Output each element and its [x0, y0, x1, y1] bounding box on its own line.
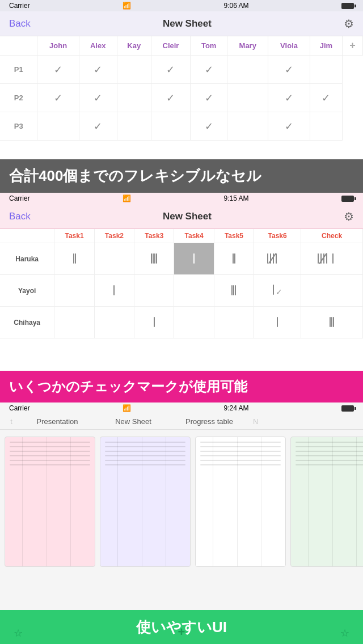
tally-col-task2: Task2 [94, 229, 134, 243]
add-sheet-button[interactable]: + [178, 625, 185, 639]
cell-haruka-task5[interactable] [214, 243, 254, 275]
cell-p2-viola[interactable]: ✓ [268, 84, 310, 112]
tab-t[interactable]: t [5, 414, 18, 429]
cell-p1-alex[interactable]: ✓ [79, 56, 117, 84]
cell-yayoi-task4[interactable] [174, 275, 214, 307]
sheet-thumb-progress[interactable] [290, 437, 363, 567]
row-label-p2: P2 [0, 84, 37, 112]
back-button[interactable]: Back [9, 18, 31, 29]
col-header-jim: Jim [310, 36, 343, 56]
cell-haruka-task6[interactable] [254, 243, 301, 275]
nav-title-1: New Sheet [163, 18, 212, 29]
back-button-2[interactable]: Back [9, 211, 31, 222]
tab-new-sheet[interactable]: New Sheet [96, 414, 170, 429]
cell-yayoi-check[interactable] [301, 275, 363, 307]
tally-marks [151, 253, 157, 264]
tally-marks [273, 285, 274, 295]
screen2: Carrier 📶 9:15 AM Back New Sheet ⚙ Task1… [0, 193, 363, 402]
battery-icon-3 [341, 405, 354, 412]
cell-yayoi-task3[interactable] [134, 275, 174, 307]
table-row: Haruka [0, 243, 363, 275]
settings-icon-1[interactable]: ⚙ [344, 17, 354, 31]
carrier-label: Carrier [9, 2, 30, 10]
tab-n[interactable]: N [248, 414, 263, 429]
wifi-icon-2: 📶 [123, 194, 131, 202]
cell-yayoi-task6[interactable]: ✓ [254, 275, 301, 307]
row-label-p3: P3 [0, 112, 37, 141]
cell-p3-viola[interactable]: ✓ [268, 112, 310, 141]
time-label: 9:06 AM [224, 2, 249, 10]
cell-p2-mary[interactable] [227, 84, 268, 112]
screen1: Carrier 📶 9:06 AM Back New Sheet ⚙ John … [0, 0, 363, 193]
table-row: Yayoi [0, 275, 363, 307]
tally-marks [277, 317, 278, 327]
sheet-thumb-new-sheet[interactable] [195, 437, 286, 567]
overlay-text-2: いくつかのチェックマークが使用可能 [0, 371, 363, 402]
cell-p1-cleir[interactable]: ✓ [151, 56, 190, 84]
row-label-chihaya: Chihaya [0, 307, 54, 338]
cell-p2-kay[interactable] [117, 84, 151, 112]
col-header-kay: Kay [117, 36, 151, 56]
sheet-thumb-1[interactable] [5, 437, 95, 567]
col-header-viola: VIola [268, 36, 310, 56]
time-label-3: 9:24 AM [224, 404, 249, 412]
cell-chihaya-task5[interactable] [214, 307, 254, 338]
cell-p3-tom[interactable]: ✓ [191, 112, 227, 141]
tab-progress-table[interactable]: Progress table [172, 414, 246, 429]
col-header-empty [0, 36, 37, 56]
cell-yayoi-task2[interactable] [94, 275, 134, 307]
cell-chihaya-task2[interactable] [94, 307, 134, 338]
col-header-mary: Mary [227, 36, 268, 56]
cell-chihaya-task1[interactable] [54, 307, 94, 338]
cell-chihaya-task6[interactable] [254, 307, 301, 338]
cell-yayoi-task5[interactable] [214, 275, 254, 307]
cell-p3-cleir[interactable] [151, 112, 190, 141]
cell-haruka-task1[interactable] [54, 243, 94, 275]
wifi-icon: 📶 [123, 2, 131, 10]
add-column-button[interactable]: + [343, 36, 363, 56]
overlay-text-1: 合計400個までのフレキシブルなセル [0, 159, 363, 193]
cell-p1-tom[interactable]: ✓ [191, 56, 227, 84]
cell-p3-mary[interactable] [227, 112, 268, 141]
tally-marks [330, 317, 334, 327]
row-label-p1: P1 [0, 56, 37, 84]
cell-p1-kay[interactable] [117, 56, 151, 84]
cell-haruka-task3[interactable] [134, 243, 174, 275]
cell-yayoi-task1[interactable] [54, 275, 94, 307]
cell-p2-jim[interactable]: ✓ [310, 84, 343, 112]
cell-p3-jim[interactable] [310, 112, 343, 141]
cell-p2-alex[interactable]: ✓ [79, 84, 117, 112]
cell-p1-viola[interactable]: ✓ [268, 56, 310, 84]
sheet-thumb-presentation[interactable] [100, 437, 191, 567]
col-header-tom: Tom [191, 36, 227, 56]
cell-p1-jim[interactable] [310, 56, 343, 84]
cell-chihaya-task4[interactable] [174, 307, 214, 338]
cell-p3-kay[interactable] [117, 112, 151, 141]
settings-icon-2[interactable]: ⚙ [344, 210, 354, 223]
battery-icon-2 [341, 196, 354, 202]
col-header-alex: Alex [79, 36, 117, 56]
cell-p3-john[interactable] [37, 112, 79, 141]
table-row: P1 ✓ ✓ ✓ ✓ ✓ [0, 56, 363, 84]
tally-table-container: Task1 Task2 Task3 Task4 Task5 Task6 Chec… [0, 229, 363, 338]
bottom-left-icon: ☆ [14, 627, 23, 639]
cell-p1-mary[interactable] [227, 56, 268, 84]
table-row: P2 ✓ ✓ ✓ ✓ ✓ ✓ [0, 84, 363, 112]
table-row: P3 ✓ ✓ ✓ [0, 112, 363, 141]
carrier-label-2: Carrier [9, 194, 30, 202]
cell-haruka-task2[interactable] [94, 243, 134, 275]
tally-col-task4: Task4 [174, 229, 214, 243]
cell-p2-tom[interactable]: ✓ [191, 84, 227, 112]
bottom-bar: 使いやすいUI ☆ + ☆ [0, 610, 363, 644]
cell-p2-cleir[interactable]: ✓ [151, 84, 190, 112]
tab-presentation[interactable]: Presentation [20, 414, 94, 429]
cell-p1-john[interactable]: ✓ [37, 56, 79, 84]
cell-chihaya-task3[interactable] [134, 307, 174, 338]
cell-chihaya-check[interactable] [301, 307, 363, 338]
cell-haruka-task4[interactable] [174, 243, 214, 275]
cell-p3-alex[interactable]: ✓ [79, 112, 117, 141]
cell-p2-john[interactable]: ✓ [37, 84, 79, 112]
tally-col-task3: Task3 [134, 229, 174, 243]
cell-haruka-check[interactable] [301, 243, 363, 275]
battery-icon [341, 3, 354, 9]
